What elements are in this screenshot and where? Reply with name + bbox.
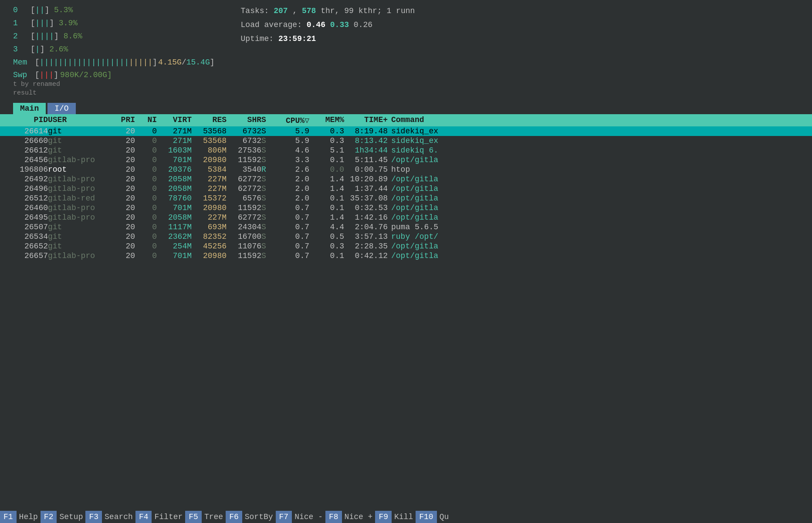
cpu-1-label: 1 xyxy=(13,17,30,30)
tab-main[interactable]: Main xyxy=(13,103,46,114)
f6-label: SortBy xyxy=(242,511,276,523)
table-row[interactable]: 26657 gitlab-pro 20 0 701M 20980 11592 S… xyxy=(0,251,812,261)
cpu-0-bar: || xyxy=(35,4,45,17)
f6-key[interactable]: F6 xyxy=(226,511,242,523)
col-header-user[interactable]: USER xyxy=(48,115,109,125)
mem-bar-yellow: ||||| xyxy=(129,57,152,69)
system-info: Tasks: 207 , 578 thr, 99 kthr; 1 runn Lo… xyxy=(241,4,415,82)
load5: 0.33 xyxy=(330,20,349,29)
f5-label: Tree xyxy=(202,511,226,523)
fn6-pair[interactable]: F6 SortBy xyxy=(226,511,275,523)
table-row[interactable]: 26614 git 20 0 271M 53568 6732 S 5.9 0.3… xyxy=(0,126,812,136)
uptime-label: Uptime: xyxy=(241,34,278,43)
f5-key[interactable]: F5 xyxy=(185,511,202,523)
cpu-0-percent: 5.3% xyxy=(51,4,73,17)
f1-key[interactable]: F1 xyxy=(0,511,17,523)
col-header-mem[interactable]: MEM% xyxy=(309,115,344,125)
f2-key[interactable]: F2 xyxy=(41,511,57,523)
col-header-pri[interactable]: PRI xyxy=(109,115,135,125)
tasks-label: Tasks: xyxy=(241,7,274,15)
fn3-pair[interactable]: F3 Search xyxy=(85,511,135,523)
col-header-time[interactable]: TIME+ xyxy=(344,115,388,125)
tasks-count: 207 xyxy=(274,7,288,15)
swp-bar: ||| xyxy=(40,69,54,82)
cpu-3-bar: | xyxy=(35,44,40,56)
col-header-cmd[interactable]: Command xyxy=(388,115,799,125)
cpu-3-percent: 2.6% xyxy=(46,44,68,56)
f7-key[interactable]: F7 xyxy=(276,511,292,523)
thr-count: 578 xyxy=(302,7,316,15)
table-row[interactable]: 26652 git 20 0 254M 45256 11076 S 0.7 0.… xyxy=(0,241,812,251)
cpu-3-label: 3 xyxy=(13,44,30,56)
f9-key[interactable]: F9 xyxy=(375,511,392,523)
table-row[interactable]: 26512 gitlab-red 20 0 78760 15372 6576 S… xyxy=(0,194,812,203)
mem-bar-green: ||||||||||||||||||| xyxy=(40,57,129,69)
fn10-pair[interactable]: F10 Qu xyxy=(416,511,451,523)
table-row[interactable]: 26496 gitlab-pro 20 0 2058M 227M 62772 S… xyxy=(0,184,812,194)
f10-label: Qu xyxy=(437,511,452,523)
col-header-ni[interactable]: NI xyxy=(135,115,157,125)
fn2-pair[interactable]: F2 Setup xyxy=(41,511,86,523)
process-table: 26614 git 20 0 271M 53568 6732 S 5.9 0.3… xyxy=(0,126,812,261)
table-row[interactable]: 26495 gitlab-pro 20 0 2058M 227M 62772 S… xyxy=(0,213,812,222)
f8-key[interactable]: F8 xyxy=(325,511,342,523)
fn8-pair[interactable]: F8 Nice + xyxy=(325,511,375,523)
col-header-pid[interactable]: PID xyxy=(13,115,48,125)
table-row[interactable]: 26612 git 20 0 1603M 806M 27536 S 4.6 5.… xyxy=(0,146,812,155)
table-row[interactable]: 196806 root 20 0 20376 5384 3540 R 2.6 0… xyxy=(0,165,812,174)
col-header-res[interactable]: RES xyxy=(192,115,227,125)
table-row[interactable]: 26534 git 20 0 2362M 82352 16700 S 0.7 0… xyxy=(0,232,812,241)
f3-label: Search xyxy=(102,511,135,523)
table-row[interactable]: 26492 gitlab-pro 20 0 2058M 227M 62772 S… xyxy=(0,174,812,184)
f7-label: Nice - xyxy=(292,511,325,523)
fn7-pair[interactable]: F7 Nice - xyxy=(276,511,325,523)
table-row[interactable]: 26507 git 20 0 1117M 693M 24304 S 0.7 4.… xyxy=(0,222,812,232)
f9-label: Kill xyxy=(392,511,416,523)
col-header-cpu[interactable]: CPU%▽ xyxy=(274,115,309,125)
col-header-virt[interactable]: VIRT xyxy=(157,115,192,125)
f2-label: Setup xyxy=(57,511,85,523)
load15: 0.26 xyxy=(354,20,372,29)
fn5-pair[interactable]: F5 Tree xyxy=(185,511,226,523)
f4-label: Filter xyxy=(152,511,185,523)
table-row[interactable]: 26460 gitlab-pro 20 0 701M 20980 11592 S… xyxy=(0,203,812,213)
kthr-count: 99 xyxy=(344,7,354,15)
swp-label: Swp xyxy=(13,69,35,82)
tab-io[interactable]: I/O xyxy=(47,103,75,114)
tabs-section: Main I/O xyxy=(0,99,812,114)
mem-values: 4.15G/15.4G xyxy=(158,57,210,69)
result-text: result xyxy=(0,88,812,99)
col-header-shr[interactable]: SHR xyxy=(227,115,261,125)
cpu-2-bar: |||| xyxy=(35,31,54,43)
cpu-meters: 0 [ || ] 5.3% 1 [ ||| ] 3.9% 2 [ |||| ] … xyxy=(13,4,215,82)
load1: 0.46 xyxy=(307,20,325,29)
cpu-1-percent: 3.9% xyxy=(56,17,78,30)
table-header: PID USER PRI NI VIRT RES SHR S CPU%▽ MEM… xyxy=(0,114,812,126)
mem-label: Mem xyxy=(13,57,35,69)
fn1-pair[interactable]: F1 Help xyxy=(0,511,41,523)
cpu-2-percent: 8.6% xyxy=(61,31,82,43)
function-bar: F1 Help F2 Setup F3 Search F4 Filter F5 … xyxy=(0,511,812,523)
f10-key[interactable]: F10 xyxy=(416,511,436,523)
table-row[interactable]: 26660 git 20 0 271M 53568 6732 S 5.9 0.3… xyxy=(0,136,812,146)
swp-values: 980K/2.00G] xyxy=(60,69,112,82)
run-count: 1 xyxy=(386,7,391,15)
f1-label: Help xyxy=(17,511,41,523)
fn4-pair[interactable]: F4 Filter xyxy=(135,511,185,523)
uptime-value: 23:59:21 xyxy=(278,34,316,43)
f4-key[interactable]: F4 xyxy=(135,511,152,523)
load-label: Load average: xyxy=(241,20,307,29)
cpu-2-label: 2 xyxy=(13,31,30,43)
f8-label: Nice + xyxy=(342,511,376,523)
system-stats: 0 [ || ] 5.3% 1 [ ||| ] 3.9% 2 [ |||| ] … xyxy=(0,0,812,85)
cpu-1-bar: ||| xyxy=(35,17,49,30)
table-row[interactable]: 26456 gitlab-pro 20 0 701M 20980 11592 S… xyxy=(0,155,812,165)
tabs-row: Main I/O xyxy=(13,103,799,114)
fn9-pair[interactable]: F9 Kill xyxy=(375,511,416,523)
cpu-0-label: 0 xyxy=(13,4,30,17)
f3-key[interactable]: F3 xyxy=(85,511,102,523)
col-header-s[interactable]: S xyxy=(261,115,274,125)
